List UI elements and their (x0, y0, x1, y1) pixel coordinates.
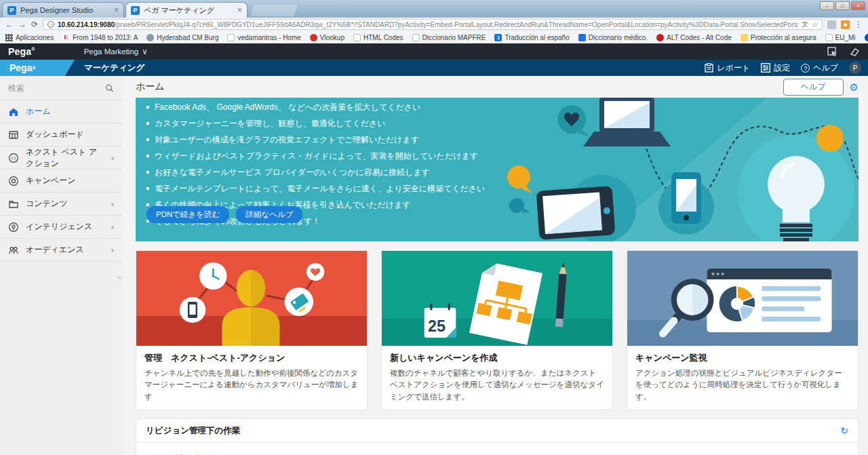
app-title: マーケティング (84, 62, 144, 74)
card-description: チャンネル上での先を見越した動作や前後関係などのカスタマージャーニーによる連動か… (144, 368, 359, 403)
bookmark-apps[interactable]: Aplicaciones (5, 34, 54, 41)
extension-icon[interactable] (827, 20, 836, 29)
eraser-icon[interactable] (850, 47, 860, 57)
help-button[interactable]: ヘルプ (783, 79, 844, 96)
sidebar-resize-handle[interactable]: = (118, 274, 121, 281)
tab-close-icon[interactable]: × (114, 5, 119, 15)
application-switcher[interactable]: Pega Marketing∨ (84, 47, 148, 56)
hero-bullet: カスタマージャーニーを管理し、観察し、最適化してください (146, 118, 485, 130)
extension-icon[interactable] (841, 20, 850, 29)
hero-bullet: ウィザードおよびベストプラクティス・ガイドによって、実装を開始していただけます (146, 151, 485, 162)
bookmark-item[interactable]: Vlookup (310, 34, 344, 41)
sidebar-search[interactable] (0, 76, 122, 100)
card-campaign-monitoring[interactable]: キャンペーン監視 アクション処理の状態とビジュアルビジネスディレクターを使ってど… (627, 250, 859, 410)
pega-logo-chip: Pega® (0, 60, 75, 76)
card-title: キャンペーン監視 (635, 352, 850, 364)
gear-icon[interactable]: ⚙ (850, 82, 859, 92)
bookmark-item[interactable]: F.From 1948 to 2013: A (62, 34, 138, 41)
sidebar-item-audience[interactable]: オーディエンス › (0, 239, 122, 262)
settings-button[interactable]: 設定 (761, 62, 790, 74)
browser-titlebar: P Pega Designer Studio × P ペガ マーケティング × … (0, 0, 868, 18)
tab-title: ペガ マーケティング (144, 5, 233, 16)
search-icon[interactable] (105, 83, 114, 93)
svg-text:1:1: 1:1 (12, 157, 16, 160)
user-avatar[interactable]: P (849, 62, 861, 74)
url-text: 10.60.214.19:9080/prweb/PRServlet/PklqJ4… (58, 21, 798, 28)
bullet-icon (146, 155, 149, 157)
bookmark-item[interactable]: vedamantras - Home (227, 34, 300, 41)
apps-grid-icon (5, 34, 13, 41)
chevron-right-icon: › (111, 222, 114, 232)
search-input[interactable] (8, 83, 105, 93)
browser-tab-designer-studio[interactable]: P Pega Designer Studio × (2, 2, 124, 18)
back-icon[interactable]: ← (5, 20, 14, 28)
hero-bullet: 対象ユーザーの構成を滝グラフの視覚エフェクトでご理解いただけます (146, 134, 485, 146)
sidebar-item-next-best-action[interactable]: 1:1 ネクスト ベスト アクション › (0, 146, 122, 170)
campaign-plan-illustration: 25 (382, 251, 612, 346)
folder-icon (8, 199, 19, 210)
window-close-button[interactable]: × (851, 1, 865, 10)
refresh-icon[interactable]: ↻ (840, 426, 848, 435)
clipboard-icon (705, 63, 713, 73)
pdn-read-more-button[interactable]: PDNで続きを読む (146, 206, 229, 223)
sidebar-item-home[interactable]: ホーム (0, 100, 122, 123)
browser-menu-icon[interactable]: ⋮ (854, 20, 863, 28)
pega-favicon: P (131, 6, 140, 15)
hero-bullet: Facebook Ads、 Google AdWords、 などへの次善策を拡大… (146, 102, 485, 113)
bookmark-item[interactable]: Diccionario MAPFRE (412, 34, 486, 41)
page-favicon-icon (825, 34, 833, 41)
bookmark-item[interactable]: Diccionario médico. (578, 34, 648, 41)
bookmark-item[interactable]: ALT Codes - Alt Code (656, 34, 732, 41)
bookmark-star-icon[interactable]: ☆ (812, 21, 818, 28)
reports-button[interactable]: レポート (705, 62, 750, 74)
tab-close-icon[interactable]: × (237, 5, 242, 15)
page-info-icon[interactable]: i (47, 21, 54, 28)
bookmark-item[interactable]: Hyderabad CM Burg (146, 34, 218, 41)
browser-window: P Pega Designer Studio × P ペガ マーケティング × … (0, 0, 868, 455)
address-bar[interactable]: i 10.60.214.19:9080/prweb/PRServlet/Pklq… (43, 19, 823, 30)
bookmarks-bar: Aplicaciones F.From 1948 to 2013: A Hyde… (0, 31, 868, 43)
globe-favicon-icon (865, 34, 868, 41)
pega-favicon: P (7, 6, 16, 15)
bookmark-item[interactable]: Protección al asegura (741, 34, 816, 41)
window-minimize-button[interactable]: – (820, 1, 834, 10)
chevron-right-icon: › (111, 153, 114, 163)
chevron-right-icon: › (111, 199, 114, 209)
bookmark-item[interactable]: EU_Mi (825, 34, 856, 41)
bookmark-item[interactable]: 1Traducción al españo (494, 34, 569, 41)
page-favicon-icon (353, 34, 361, 41)
bullet-icon (146, 187, 149, 190)
letter-favicon-icon: 1 (494, 34, 502, 41)
sliders-icon (761, 63, 770, 73)
detailed-help-button[interactable]: 詳細なヘルプ (236, 206, 302, 223)
sidebar-item-campaign[interactable]: キャンペーン (0, 170, 122, 193)
translate-icon[interactable]: 文 (802, 20, 808, 29)
card-manage-next-best-action[interactable]: 管理 ネクスト-ベスト-アクション チャンネル上での先を見越した動作や前後関係な… (136, 250, 368, 410)
ui-inspector-icon[interactable] (827, 47, 837, 57)
book-favicon-icon (578, 34, 586, 41)
sidebar-item-intelligence[interactable]: インテリジェンス › (0, 216, 122, 239)
window-controls: – □ × (820, 1, 865, 10)
bookmark-item[interactable]: HTML Codes (353, 34, 403, 41)
url-path: /prweb/PRServlet/PklqJ4-q7cH6I_W8PDGYD1u… (115, 21, 798, 28)
browser-tab-marketing[interactable]: P ペガ マーケティング × (125, 2, 248, 18)
pin-favicon-icon (310, 34, 317, 41)
forward-icon[interactable]: → (18, 20, 26, 28)
refresh-icon[interactable]: ⟳ (31, 20, 38, 28)
chevron-right-icon: › (111, 245, 114, 255)
help-menu-button[interactable]: ? ヘルプ (801, 62, 838, 74)
marketing-app-bar: Pega® マーケティング レポート 設定 ? ヘルプ P (0, 60, 868, 76)
sidebar-item-dashboard[interactable]: ダッシュボード (0, 123, 122, 146)
calendar-day-label: 25 (428, 317, 446, 335)
devices-illustration (496, 98, 859, 241)
worklist-title: リビジョン管理下の作業 (146, 425, 240, 437)
card-create-campaign[interactable]: 25 新しいキャンペーンを作成 複数のチャネルで顧客とやり取りするか、またはネク… (381, 250, 613, 410)
new-tab-button[interactable] (250, 5, 298, 16)
hero-bullet: お好きな電子メールサービス プロバイダーのいくつかに容易に接続します (146, 167, 485, 178)
card-description: 複数のチャネルで顧客とやり取りするか、またはネクストベストアクションを使用して適… (390, 368, 604, 403)
window-maximize-button[interactable]: □ (835, 1, 850, 10)
bookmark-item[interactable]: EPIC-3754: Localizati (865, 34, 868, 41)
people-icon (8, 245, 19, 256)
sidebar-item-content[interactable]: コンテンツ › (0, 193, 122, 216)
sidebar-nav: ホーム ダッシュボード 1:1 ネクスト ベスト アクション › キャンペーン … (0, 76, 122, 455)
